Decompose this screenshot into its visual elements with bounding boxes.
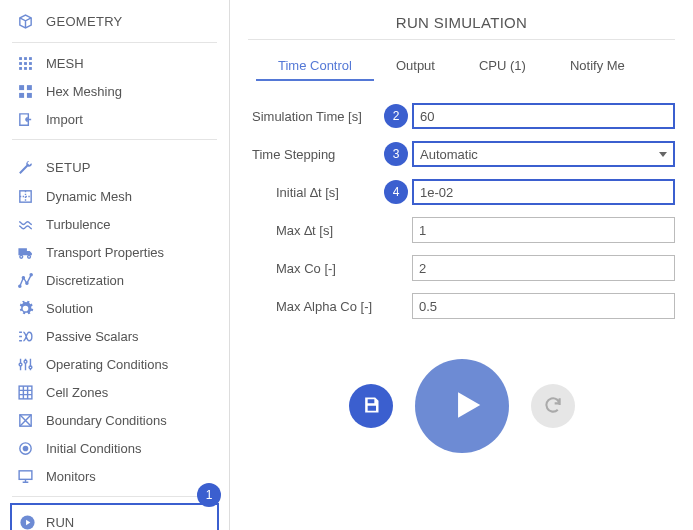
target-icon xyxy=(16,439,34,457)
sidebar-item-label: Cell Zones xyxy=(46,385,108,400)
scalars-icon xyxy=(16,327,34,345)
divider xyxy=(12,42,217,43)
sidebar-item-boundary-conditions[interactable]: Boundary Conditions xyxy=(0,406,229,434)
svg-rect-11 xyxy=(19,92,24,97)
divider xyxy=(248,39,675,40)
callout-4: 4 xyxy=(384,180,408,204)
refresh-icon xyxy=(543,395,563,418)
svg-rect-8 xyxy=(29,67,32,70)
sidebar-group-setup[interactable]: SETUP xyxy=(0,146,229,182)
sidebar-item-run[interactable]: 1 RUN xyxy=(10,503,219,530)
sidebar-item-label: Monitors xyxy=(46,469,96,484)
svg-point-20 xyxy=(19,363,22,366)
discretization-icon xyxy=(16,271,34,289)
sidebar-item-passive-scalars[interactable]: Passive Scalars xyxy=(0,322,229,350)
tab-notify-me[interactable]: Notify Me xyxy=(548,52,647,81)
sim-time-input[interactable] xyxy=(412,103,675,129)
svg-rect-7 xyxy=(24,67,27,70)
turbulence-icon xyxy=(16,215,34,233)
max-co-label: Max Co [-] xyxy=(248,261,384,276)
divider xyxy=(12,139,217,140)
play-circle-icon xyxy=(18,513,36,530)
max-alpha-input[interactable] xyxy=(412,293,675,319)
hex-icon xyxy=(16,82,34,100)
svg-point-18 xyxy=(25,282,27,284)
monitor-icon xyxy=(16,467,34,485)
svg-rect-5 xyxy=(29,62,32,65)
time-stepping-label: Time Stepping xyxy=(248,147,384,162)
sim-time-label: Simulation Time [s] xyxy=(248,109,384,124)
save-icon xyxy=(361,395,381,418)
sidebar-item-import[interactable]: Import xyxy=(0,105,229,133)
sidebar-item-discretization[interactable]: Discretization xyxy=(0,266,229,294)
sidebar-group-geometry[interactable]: GEOMETRY xyxy=(0,0,229,36)
svg-point-21 xyxy=(24,360,27,363)
sidebar-item-label: Hex Meshing xyxy=(46,84,122,99)
svg-rect-27 xyxy=(19,470,32,479)
initial-dt-label: Initial ∆t [s] xyxy=(248,185,384,200)
boundary-icon xyxy=(16,411,34,429)
sidebar-item-label: RUN xyxy=(46,515,74,530)
sidebar-item-label: Solution xyxy=(46,301,93,316)
tab-cpu[interactable]: CPU (1) xyxy=(457,52,548,81)
svg-point-17 xyxy=(22,276,24,278)
max-dt-input[interactable] xyxy=(412,217,675,243)
truck-icon xyxy=(16,243,34,261)
svg-rect-4 xyxy=(24,62,27,65)
callout-1: 1 xyxy=(197,483,221,507)
gear-icon xyxy=(16,299,34,317)
cell-zones-icon xyxy=(16,383,34,401)
sidebar-group-label: SETUP xyxy=(46,160,91,175)
svg-rect-2 xyxy=(29,57,32,60)
sidebar-item-operating-conditions[interactable]: Operating Conditions xyxy=(0,350,229,378)
svg-rect-12 xyxy=(26,92,31,97)
svg-point-26 xyxy=(23,446,27,450)
sidebar-item-label: Dynamic Mesh xyxy=(46,189,132,204)
svg-rect-0 xyxy=(19,57,22,60)
svg-rect-10 xyxy=(26,85,31,90)
sidebar-item-mesh[interactable]: MESH xyxy=(0,49,229,77)
save-button[interactable] xyxy=(349,384,393,428)
sidebar-item-label: Initial Conditions xyxy=(46,441,141,456)
divider xyxy=(12,496,217,497)
sidebar-item-hex-meshing[interactable]: Hex Meshing xyxy=(0,77,229,105)
sliders-icon xyxy=(16,355,34,373)
action-buttons xyxy=(248,359,675,453)
max-alpha-label: Max Alpha Co [-] xyxy=(248,299,384,314)
sidebar-item-label: Boundary Conditions xyxy=(46,413,167,428)
svg-point-22 xyxy=(29,365,32,368)
sidebar-item-solution[interactable]: Solution xyxy=(0,294,229,322)
svg-point-16 xyxy=(18,285,20,287)
time-stepping-select[interactable]: Automatic xyxy=(412,141,675,167)
svg-rect-1 xyxy=(24,57,27,60)
page-title: RUN SIMULATION xyxy=(248,14,675,31)
main-panel: RUN SIMULATION Time Control Output CPU (… xyxy=(230,0,693,530)
max-co-input[interactable] xyxy=(412,255,675,281)
refresh-button[interactable] xyxy=(531,384,575,428)
sidebar-item-dynamic-mesh[interactable]: Dynamic Mesh xyxy=(0,182,229,210)
max-dt-label: Max ∆t [s] xyxy=(248,223,384,238)
sidebar-item-monitors[interactable]: Monitors xyxy=(0,462,229,490)
svg-point-15 xyxy=(27,255,30,258)
tab-time-control[interactable]: Time Control xyxy=(256,52,374,81)
tab-output[interactable]: Output xyxy=(374,52,457,81)
sidebar-item-turbulence[interactable]: Turbulence xyxy=(0,210,229,238)
svg-rect-23 xyxy=(19,386,32,399)
sidebar-group-label: GEOMETRY xyxy=(46,14,123,29)
sidebar-item-label: Turbulence xyxy=(46,217,111,232)
sidebar-item-label: Transport Properties xyxy=(46,245,164,260)
sidebar-item-cell-zones[interactable]: Cell Zones xyxy=(0,378,229,406)
run-button[interactable] xyxy=(415,359,509,453)
sidebar-item-initial-conditions[interactable]: Initial Conditions xyxy=(0,434,229,462)
tabs: Time Control Output CPU (1) Notify Me xyxy=(256,52,675,81)
dynamic-mesh-icon xyxy=(16,187,34,205)
wrench-icon xyxy=(16,158,34,176)
svg-point-14 xyxy=(19,255,22,258)
geometry-icon xyxy=(16,12,34,30)
sidebar: GEOMETRY MESH Hex Meshing Import SETUP D… xyxy=(0,0,230,530)
svg-point-19 xyxy=(30,273,32,275)
initial-dt-input[interactable] xyxy=(412,179,675,205)
callout-3: 3 xyxy=(384,142,408,166)
import-icon xyxy=(16,110,34,128)
sidebar-item-transport[interactable]: Transport Properties xyxy=(0,238,229,266)
